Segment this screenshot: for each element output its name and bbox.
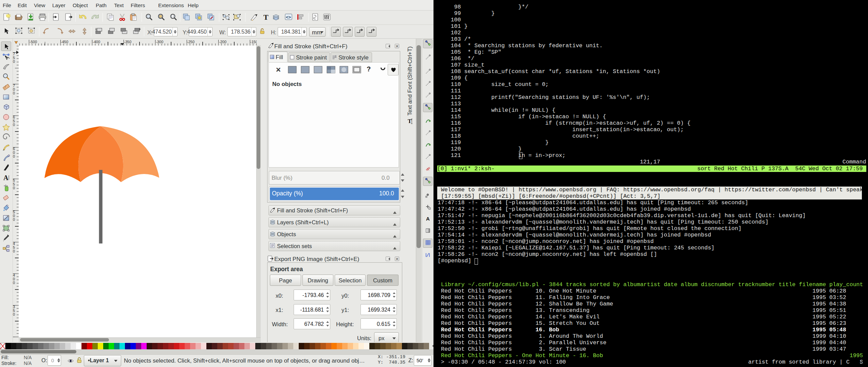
svg-text:<>: <>: [286, 15, 291, 20]
svg-text:A: A: [3, 174, 8, 181]
svg-text:A: A: [426, 216, 430, 222]
svg-text:T: T: [263, 13, 269, 21]
